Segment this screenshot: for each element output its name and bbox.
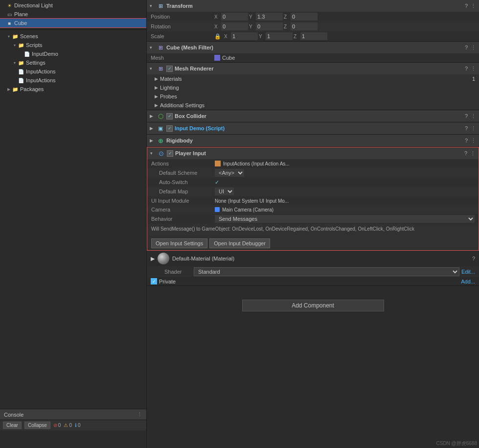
- rigidbody-menu-icon[interactable]: ⋮: [471, 138, 476, 144]
- hierarchy-item-directional-light[interactable]: ☀ Directional Light: [0, 1, 146, 10]
- default-scheme-label: Default Scheme: [151, 170, 215, 176]
- scripts-arrow: ▾: [12, 43, 18, 47]
- rigidbody-section: ▶ ⊕ Rigidbody ? ⋮: [147, 135, 479, 147]
- pos-z-input[interactable]: [291, 13, 318, 21]
- default-scheme-dropdown[interactable]: <Any>: [215, 169, 244, 177]
- project-packages-item[interactable]: ▶ 📁 Packages: [0, 85, 146, 94]
- mesh-renderer-checkbox[interactable]: ✓: [166, 66, 173, 72]
- open-input-debugger-button[interactable]: Open Input Debugger: [209, 238, 270, 248]
- position-label: Position: [151, 14, 214, 20]
- collapse-button[interactable]: Collapse: [24, 422, 50, 429]
- mesh-renderer-icon: ⊞: [157, 65, 164, 72]
- clear-button[interactable]: Clear: [3, 422, 22, 429]
- behavior-description-text: Will SendMessage() to GameObject: OnDevi…: [151, 226, 414, 232]
- rot-x-input[interactable]: [221, 23, 248, 30]
- scripts-folder-icon: 📁: [18, 42, 24, 48]
- default-map-value: UI: [215, 188, 475, 195]
- scale-value: 🔒 X Y Z: [214, 32, 475, 40]
- add-component-button[interactable]: Add Component: [242, 300, 384, 311]
- rigidbody-title: Rigidbody: [166, 138, 463, 143]
- mesh-renderer-menu-icon[interactable]: ⋮: [471, 66, 476, 72]
- error-icon: ⊘: [53, 423, 57, 428]
- transform-header[interactable]: ▾ ⊞ Transform ? ⋮: [147, 0, 479, 12]
- camera-value: Main Camera (Camera): [215, 207, 475, 212]
- mesh-renderer-help-icon[interactable]: ?: [465, 66, 468, 71]
- project-settings-item[interactable]: ▾ 📁 Settings: [0, 58, 146, 67]
- settings-folder-icon: 📁: [18, 59, 24, 66]
- player-input-header[interactable]: ▾ ⊙ ✓ Player Input ? ⋮: [147, 147, 479, 159]
- scale-z-input[interactable]: [300, 32, 327, 40]
- ui-input-module-row: UI Input Module None (Input System UI In…: [147, 196, 479, 205]
- input-demo-header[interactable]: ▶ ▣ ✓ Input Demo (Script) ? ⋮: [147, 122, 479, 134]
- shader-label: Shader: [164, 269, 194, 275]
- default-map-label: Default Map: [151, 189, 215, 194]
- materials-subheader[interactable]: ▶ Materials 1: [147, 74, 479, 83]
- transform-menu-icon[interactable]: ⋮: [471, 3, 476, 9]
- scripts-label: Scripts: [26, 42, 43, 48]
- scale-label: Scale: [151, 33, 214, 39]
- cube-mesh-icon: [214, 55, 220, 61]
- input-demo-checkbox[interactable]: ✓: [166, 125, 173, 132]
- pos-y-input[interactable]: [256, 13, 283, 21]
- additional-settings-subheader[interactable]: ▶ Additional Settings: [147, 101, 479, 110]
- open-input-settings-button[interactable]: Open Input Settings: [151, 238, 207, 248]
- shader-edit-link[interactable]: Edit...: [461, 269, 475, 275]
- project-inputactions1-item[interactable]: 📄 InputActions: [0, 67, 146, 76]
- mesh-filter-menu-icon[interactable]: ⋮: [471, 45, 476, 51]
- input-demo-help-icon[interactable]: ?: [465, 125, 468, 131]
- warning-icon: ⚠: [64, 423, 68, 428]
- player-input-menu-icon[interactable]: ⋮: [470, 150, 476, 157]
- transform-arrow: ▾: [150, 3, 155, 8]
- private-row: ✓ Private Add...: [147, 277, 479, 285]
- input-demo-menu-icon[interactable]: ⋮: [471, 125, 476, 132]
- pos-x-input[interactable]: [221, 13, 248, 21]
- scale-y-input[interactable]: [266, 32, 293, 40]
- rigidbody-header[interactable]: ▶ ⊕ Rigidbody ? ⋮: [147, 135, 479, 146]
- auto-switch-label: Auto-Switch: [151, 179, 215, 185]
- cube-icon: ■: [6, 20, 13, 26]
- lighting-subheader[interactable]: ▶ Lighting: [147, 83, 479, 92]
- project-inputactions2-item[interactable]: 📄 InputActions: [0, 76, 146, 85]
- console-toolbar: Clear Collapse ⊘ 0 ⚠ 0 ℹ 0: [0, 420, 146, 430]
- project-inputdemo-item[interactable]: 📄 InputDemo: [0, 49, 146, 58]
- hierarchy-item-plane[interactable]: ▭ Plane: [0, 10, 146, 19]
- scale-x-input[interactable]: [231, 32, 258, 40]
- add-material-link[interactable]: Add...: [461, 279, 475, 284]
- scale-x-label: X: [224, 34, 230, 39]
- box-collider-header[interactable]: ▶ ⬡ ✓ Box Collider ? ⋮: [147, 110, 479, 122]
- material-arrow[interactable]: ▶: [151, 256, 155, 262]
- console-menu-icon[interactable]: ⋮: [137, 411, 142, 418]
- box-collider-help-icon[interactable]: ?: [465, 113, 468, 119]
- scenes-label: Scenes: [20, 33, 38, 39]
- rot-z-input[interactable]: [291, 23, 318, 30]
- materials-count: 1: [472, 76, 475, 82]
- private-checkbox[interactable]: ✓: [151, 278, 157, 284]
- transform-title: Transform: [166, 3, 463, 9]
- rot-z-label: Z: [284, 24, 290, 29]
- mesh-filter-header[interactable]: ▾ ⊞ Cube (Mesh Filter) ? ⋮: [147, 42, 479, 53]
- mesh-renderer-header[interactable]: ▾ ⊞ ✓ Mesh Renderer ? ⋮: [147, 63, 479, 74]
- transform-help-icon[interactable]: ?: [465, 3, 468, 9]
- default-map-dropdown[interactable]: UI: [215, 188, 234, 195]
- project-scripts-item[interactable]: ▾ 📁 Scripts: [0, 41, 146, 49]
- player-input-help-icon[interactable]: ?: [464, 150, 467, 156]
- box-collider-section: ▶ ⬡ ✓ Box Collider ? ⋮: [147, 110, 479, 122]
- settings-arrow: ▾: [12, 61, 18, 65]
- inputactions2-icon: 📄: [18, 77, 24, 84]
- project-scenes-item[interactable]: ▾ 📁 Scenes: [0, 32, 146, 41]
- behavior-dropdown[interactable]: Send Messages: [215, 215, 475, 223]
- box-collider-checkbox[interactable]: ✓: [166, 113, 173, 119]
- hierarchy-item-cube[interactable]: ■ Cube: [0, 19, 146, 27]
- mesh-filter-help-icon[interactable]: ?: [465, 45, 468, 50]
- mesh-renderer-section: ▾ ⊞ ✓ Mesh Renderer ? ⋮ ▶ Materials 1 ▶: [147, 63, 479, 110]
- player-input-checkbox[interactable]: ✓: [167, 150, 173, 157]
- material-help-icon[interactable]: ?: [472, 256, 475, 261]
- rot-y-input[interactable]: [256, 23, 283, 30]
- default-scheme-row: Default Scheme <Any>: [147, 168, 479, 178]
- rigidbody-help-icon[interactable]: ?: [465, 138, 468, 143]
- console-title: Console: [4, 412, 23, 418]
- shader-dropdown[interactable]: Standard: [194, 267, 459, 276]
- input-demo-arrow: ▶: [150, 126, 155, 131]
- probes-subheader[interactable]: ▶ Probes: [147, 92, 479, 101]
- box-collider-menu-icon[interactable]: ⋮: [471, 113, 476, 119]
